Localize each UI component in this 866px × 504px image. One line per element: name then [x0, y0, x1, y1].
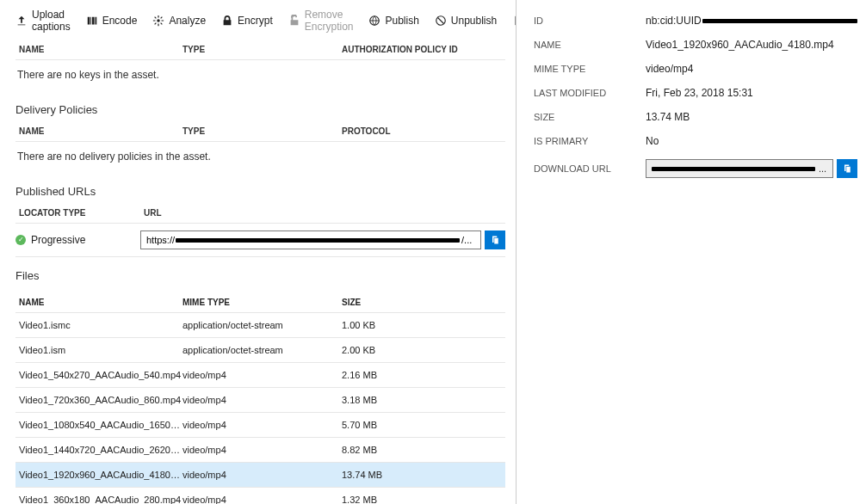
file-size: 1.32 MB — [342, 495, 502, 504]
published-urls-header: LOCATOR TYPE URL — [15, 203, 505, 224]
file-size: 3.18 MB — [342, 395, 502, 405]
file-mime: application/octet-stream — [182, 345, 342, 355]
prop-download-url: DOWNLOAD URL ... — [534, 153, 857, 184]
redacted-url — [176, 238, 460, 243]
prop-mime: MIME TYPE video/mp4 — [534, 57, 857, 81]
table-row[interactable]: Video1_540x270_AACAudio_540.mp4video/mp4… — [15, 363, 505, 388]
table-row[interactable]: Video1_720x360_AACAudio_860.mp4video/mp4… — [15, 388, 505, 413]
table-row[interactable]: Video1_1440x720_AACAudio_2620.mp4video/m… — [15, 438, 505, 463]
left-panel: Upload captions Encode Analyze Encrypt R… — [0, 0, 517, 504]
upload-icon — [15, 15, 28, 27]
table-row[interactable]: Video1_1080x540_AACAudio_1650.mp4video/m… — [15, 413, 505, 438]
locator-type: Progressive — [15, 234, 140, 246]
publish-button[interactable]: Publish — [368, 15, 418, 27]
prop-id: ID nb:cid:UUID — [534, 9, 857, 33]
table-row[interactable]: Video1.ismcapplication/octet-stream1.00 … — [15, 313, 505, 338]
file-size: 2.16 MB — [342, 370, 502, 380]
globe-icon — [368, 15, 380, 27]
file-name: Video1_1440x720_AACAudio_2620.mp4 — [19, 445, 182, 455]
file-size: 13.74 MB — [342, 470, 502, 480]
redacted-download-url — [652, 167, 815, 171]
upload-captions-button[interactable]: Upload captions — [15, 9, 71, 33]
file-mime: application/octet-stream — [182, 320, 342, 330]
copy-icon — [490, 235, 500, 245]
lock-icon — [221, 15, 233, 27]
files-table-header: NAME MIME TYPE SIZE — [15, 292, 505, 313]
file-mime: video/mp4 — [182, 370, 342, 380]
svg-point-0 — [158, 19, 161, 22]
table-row[interactable]: Video1_360x180_AACAudio_280.mp4video/mp4… — [15, 488, 505, 504]
analyze-button[interactable]: Analyze — [152, 15, 206, 27]
published-url-input[interactable]: https:///... — [140, 230, 481, 249]
copy-url-button[interactable] — [485, 230, 505, 249]
redacted-id — [702, 19, 857, 23]
copy-icon — [842, 163, 852, 174]
download-url-input[interactable]: ... — [646, 159, 833, 178]
toolbar: Upload captions Encode Analyze Encrypt R… — [15, 7, 505, 40]
file-name: Video1_360x180_AACAudio_280.mp4 — [19, 495, 182, 504]
keys-empty-message: There are no keys in the asset. — [15, 60, 505, 91]
published-url-row: Progressive https:///... — [15, 224, 505, 257]
file-size: 5.70 MB — [342, 420, 502, 430]
unpublish-button[interactable]: Unpublish — [435, 15, 497, 27]
copy-download-button[interactable] — [837, 159, 857, 178]
file-name: Video1_1920x960_AACAudio_4180.mp4 — [19, 470, 182, 480]
delivery-policies-title: Delivery Policies — [15, 91, 505, 121]
file-name: Video1.ismc — [19, 320, 182, 330]
check-icon — [15, 235, 26, 245]
encrypt-button[interactable]: Encrypt — [221, 15, 273, 27]
file-name: Video1_540x270_AACAudio_540.mp4 — [19, 370, 182, 380]
prop-is-primary: IS PRIMARY No — [534, 129, 857, 153]
delivery-empty-message: There are no delivery policies in the as… — [15, 142, 505, 173]
encode-icon — [86, 15, 98, 27]
file-name: Video1_720x360_AACAudio_860.mp4 — [19, 395, 182, 405]
unlock-icon — [288, 15, 300, 27]
delivery-table-header: NAME TYPE PROTOCOL — [15, 121, 505, 142]
file-mime: video/mp4 — [182, 495, 342, 504]
file-name: Video1_1080x540_AACAudio_1650.mp4 — [19, 420, 182, 430]
table-row[interactable]: Video1_1920x960_AACAudio_4180.mp4video/m… — [15, 463, 505, 488]
table-row[interactable]: Video1.ismapplication/octet-stream2.00 K… — [15, 338, 505, 363]
files-title: Files — [15, 257, 505, 287]
right-panel: ID nb:cid:UUID NAME Video1_1920x960_AACA… — [517, 0, 866, 504]
file-mime: video/mp4 — [182, 445, 342, 455]
file-mime: video/mp4 — [182, 470, 342, 480]
file-size: 2.00 KB — [342, 345, 502, 355]
svg-line-3 — [437, 18, 443, 24]
prop-size: SIZE 13.74 MB — [534, 105, 857, 129]
prop-name: NAME Video1_1920x960_AACAudio_4180.mp4 — [534, 33, 857, 57]
unpublish-icon — [435, 15, 447, 27]
file-mime: video/mp4 — [182, 420, 342, 430]
keys-table-header: NAME TYPE AUTHORIZATION POLICY ID — [15, 40, 505, 60]
encode-button[interactable]: Encode — [86, 15, 138, 27]
files-table: NAME MIME TYPE SIZE Video1.ismcapplicati… — [15, 292, 505, 504]
file-size: 8.82 MB — [342, 445, 502, 455]
prop-last-modified: LAST MODIFIED Fri, Feb 23, 2018 15:31 — [534, 81, 857, 105]
file-size: 1.00 KB — [342, 320, 502, 330]
file-mime: video/mp4 — [182, 395, 342, 405]
analyze-icon — [152, 15, 164, 27]
file-name: Video1.ism — [19, 345, 182, 355]
remove-encryption-button: Remove Encryption — [288, 9, 354, 33]
published-urls-title: Published URLs — [15, 173, 505, 203]
